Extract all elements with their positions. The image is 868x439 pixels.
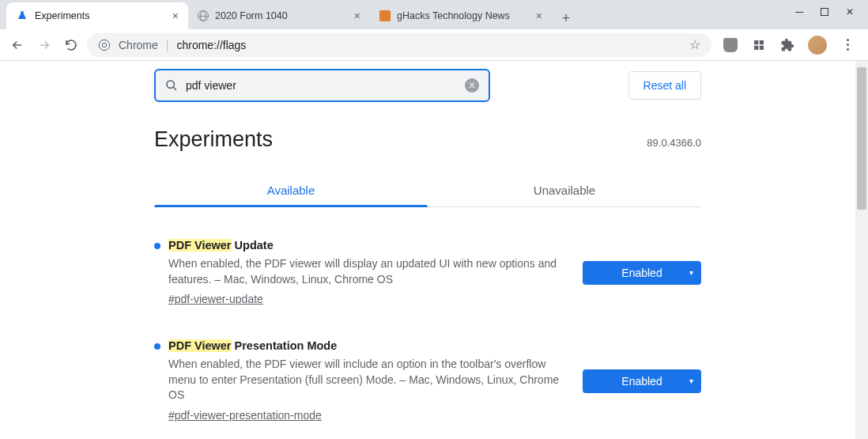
- avatar[interactable]: [808, 36, 827, 55]
- extensions-puzzle-icon[interactable]: [779, 37, 795, 53]
- tab-title: gHacks Technology News: [397, 10, 510, 21]
- select-value: Enabled: [621, 267, 662, 279]
- reset-all-button[interactable]: Reset all: [628, 71, 701, 100]
- version-label: 89.0.4366.0: [647, 137, 701, 149]
- maximize-button[interactable]: [821, 8, 828, 16]
- svg-point-1: [102, 43, 106, 47]
- ghacks-icon: [379, 10, 391, 21]
- omnibox-url: chrome://flags: [176, 39, 246, 51]
- select-value: Enabled: [621, 375, 662, 388]
- search-box[interactable]: ✕: [154, 69, 490, 102]
- content-area: ✕ Reset all Experiments 89.0.4366.0 Avai…: [0, 61, 855, 439]
- flask-icon: [16, 9, 28, 22]
- experiment-hash-link[interactable]: #pdf-viewer-presentation-mode: [168, 409, 322, 422]
- browser-tab-1040[interactable]: 2020 Form 1040 ×: [188, 2, 370, 29]
- search-icon: [165, 79, 178, 92]
- back-button[interactable]: [6, 34, 28, 56]
- globe-icon: [198, 10, 209, 21]
- clear-search-icon[interactable]: ✕: [465, 78, 479, 93]
- window-close-button[interactable]: ✕: [846, 8, 854, 16]
- experiment-row: PDF Viewer Update When enabled, the PDF …: [154, 239, 701, 306]
- experiment-description: When enabled, the PDF viewer will includ…: [168, 357, 575, 403]
- chevron-down-icon: ▾: [689, 377, 693, 385]
- experiment-title: PDF Viewer Update: [168, 239, 575, 252]
- search-input[interactable]: [186, 79, 457, 92]
- status-dot: [154, 243, 160, 249]
- bookmark-star-icon[interactable]: ☆: [689, 37, 700, 52]
- close-icon[interactable]: ×: [172, 9, 179, 22]
- svg-rect-4: [754, 45, 758, 49]
- tabstrip: Experiments × 2020 Form 1040 × gHacks Te…: [0, 0, 577, 29]
- omnibox-sep: |: [166, 39, 169, 51]
- omnibox-label: Chrome: [119, 39, 158, 51]
- scroll-thumb[interactable]: [857, 67, 866, 210]
- experiment-description: When enabled, the PDF viewer will displa…: [168, 256, 575, 287]
- forward-button[interactable]: [33, 34, 55, 56]
- close-icon[interactable]: ×: [354, 9, 360, 22]
- tab-available[interactable]: Available: [154, 174, 428, 206]
- svg-rect-3: [760, 40, 764, 44]
- experiment-hash-link[interactable]: #pdf-viewer-update: [168, 293, 263, 305]
- reload-button[interactable]: [60, 34, 82, 56]
- minimize-button[interactable]: [795, 12, 803, 13]
- tab-unavailable[interactable]: Unavailable: [428, 174, 701, 206]
- tab-title: Experiments: [35, 10, 89, 21]
- tab-title: 2020 Form 1040: [215, 10, 288, 21]
- experiment-row: PDF Viewer Presentation Mode When enable…: [154, 339, 701, 422]
- ublock-icon[interactable]: [723, 37, 738, 53]
- chrome-icon: [98, 39, 111, 51]
- svg-rect-2: [754, 40, 758, 44]
- toolbar: Chrome | chrome://flags ☆: [0, 29, 868, 61]
- titlebar: Experiments × 2020 Form 1040 × gHacks Te…: [0, 0, 868, 29]
- window-controls: ✕: [781, 0, 868, 24]
- scrollbar[interactable]: [855, 61, 868, 439]
- status-dot: [154, 343, 160, 350]
- omnibox[interactable]: Chrome | chrome://flags ☆: [87, 33, 711, 57]
- browser-tab-ghacks[interactable]: gHacks Technology News ×: [370, 2, 552, 29]
- svg-point-6: [167, 81, 174, 88]
- extension-icon[interactable]: [751, 37, 767, 53]
- extension-icons: [716, 36, 862, 55]
- chevron-down-icon: ▾: [689, 268, 693, 277]
- close-icon[interactable]: ×: [536, 9, 542, 22]
- experiment-title: PDF Viewer Presentation Mode: [168, 339, 575, 352]
- kebab-menu[interactable]: [840, 37, 855, 53]
- browser-tab-experiments[interactable]: Experiments ×: [6, 2, 188, 29]
- svg-rect-5: [760, 45, 764, 49]
- experiment-state-select[interactable]: Enabled ▾: [583, 261, 701, 285]
- svg-point-0: [99, 40, 109, 50]
- page-title: Experiments: [154, 127, 273, 152]
- new-tab-button[interactable]: +: [555, 7, 577, 29]
- experiment-state-select[interactable]: Enabled ▾: [583, 369, 701, 393]
- flag-tabs: Available Unavailable: [154, 174, 701, 207]
